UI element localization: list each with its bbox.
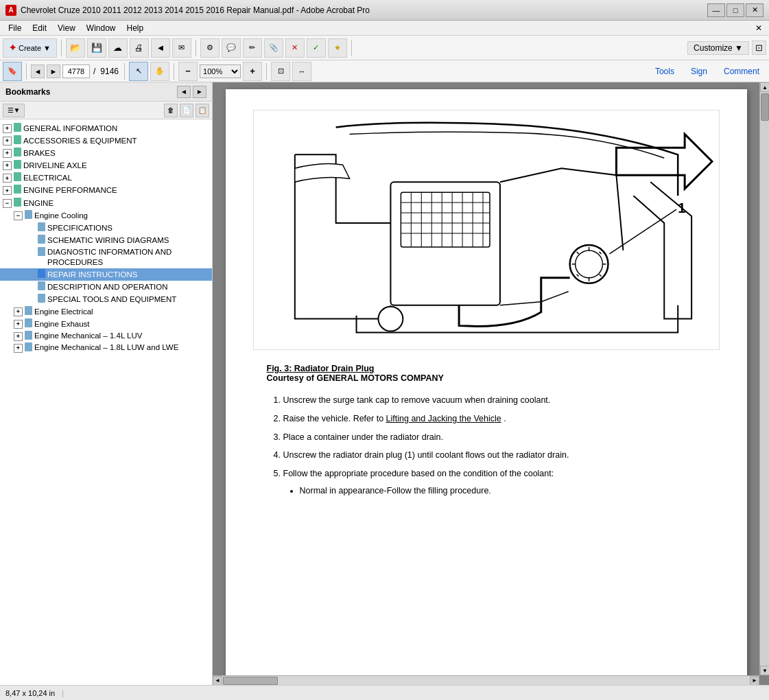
expand-general-info[interactable]: + bbox=[3, 124, 12, 133]
bm-collapse-btn[interactable]: ◄ bbox=[177, 86, 191, 98]
hand-tool-button[interactable]: ✋ bbox=[150, 62, 169, 81]
bm-engine-perf[interactable]: + ENGINE PERFORMANCE bbox=[0, 184, 212, 196]
bm-engine-exhaust[interactable]: + Engine Exhaust bbox=[0, 318, 212, 330]
bm-special-tools[interactable]: SPECIAL TOOLS AND EQUIPMENT bbox=[0, 293, 212, 305]
expand-engine-electrical[interactable]: + bbox=[14, 307, 23, 316]
instructions-area: Unscrew the surge tank cap to remove vac… bbox=[253, 394, 720, 498]
bm-copy-btn[interactable]: 📄 bbox=[180, 104, 193, 117]
expand-accessories[interactable]: + bbox=[3, 137, 12, 145]
expand-brakes[interactable]: + bbox=[3, 149, 12, 158]
expand-engine-exhaust[interactable]: + bbox=[14, 320, 23, 329]
zoom-in-button[interactable]: + bbox=[243, 62, 262, 81]
h-scroll-thumb[interactable] bbox=[223, 677, 278, 685]
expand-engine[interactable]: − bbox=[3, 199, 12, 208]
menu-edit[interactable]: Edit bbox=[27, 22, 52, 34]
bookmark-panel-btn[interactable]: 🔖 bbox=[3, 62, 22, 81]
bm-electrical[interactable]: + ELECTRICAL bbox=[0, 172, 212, 184]
zoom-select[interactable]: 100% 75% 125% 150% bbox=[200, 65, 241, 78]
menu-help[interactable]: Help bbox=[121, 22, 150, 34]
bm-paste-btn[interactable]: 📋 bbox=[196, 104, 209, 117]
lifting-link[interactable]: Lifting and Jacking the Vehicle bbox=[386, 414, 501, 423]
app-icon: A bbox=[5, 5, 16, 16]
status-separator: | bbox=[62, 689, 64, 697]
window-controls[interactable]: — □ ✕ bbox=[707, 3, 764, 17]
bm-general-info[interactable]: + GENERAL INFORMATION bbox=[0, 122, 212, 135]
nav-prev-button[interactable]: ◄ bbox=[31, 65, 45, 78]
sign-button[interactable]: Sign bbox=[684, 65, 714, 78]
bm-schematic[interactable]: SCHEMATIC WIRING DIAGRAMS bbox=[0, 234, 212, 246]
x-mark-button[interactable]: ✕ bbox=[285, 38, 305, 58]
bm-engine-mech-18[interactable]: + Engine Mechanical – 1.8L LUW and LWE bbox=[0, 342, 212, 353]
expand-electrical[interactable]: + bbox=[3, 174, 12, 183]
pen-button[interactable]: ✏ bbox=[243, 38, 262, 58]
comment-button[interactable]: Comment bbox=[717, 65, 766, 78]
bm-engine-electrical[interactable]: + Engine Electrical bbox=[0, 305, 212, 318]
sign-attach-button[interactable]: 📎 bbox=[264, 38, 283, 58]
h-scroll-right-btn[interactable]: ► bbox=[750, 676, 759, 686]
expand-driveline[interactable]: + bbox=[3, 161, 12, 170]
nav-next-button[interactable]: ► bbox=[47, 65, 60, 78]
vertical-scrollbar[interactable]: ▲ ▼ bbox=[759, 82, 769, 675]
bm-expand-btn[interactable]: ► bbox=[193, 86, 206, 98]
attach-icon: 📎 bbox=[269, 43, 279, 52]
comment-tool-button[interactable]: 💬 bbox=[222, 38, 241, 58]
zoom-out-button[interactable]: − bbox=[178, 62, 198, 81]
h-scroll-left-btn[interactable]: ◄ bbox=[213, 676, 222, 686]
star-button[interactable]: ★ bbox=[328, 38, 347, 58]
bm-driveline[interactable]: + DRIVELINE AXLE bbox=[0, 159, 212, 172]
email-button[interactable]: ✉ bbox=[172, 38, 191, 58]
menu-window[interactable]: Window bbox=[81, 22, 121, 34]
expand-engine-cooling[interactable]: − bbox=[14, 211, 23, 220]
select-tool-button[interactable]: ↖ bbox=[129, 62, 148, 81]
check-button[interactable]: ✓ bbox=[307, 38, 326, 58]
customize-button[interactable]: Customize ▼ bbox=[687, 41, 749, 55]
page-number-input[interactable] bbox=[62, 65, 90, 78]
expand-engine-mech-18[interactable]: + bbox=[14, 344, 23, 353]
download-icon: ☁ bbox=[113, 43, 122, 53]
scroll-thumb[interactable] bbox=[761, 93, 769, 121]
menu-file[interactable]: File bbox=[3, 22, 27, 34]
bm-menu-btn[interactable]: ☰▼ bbox=[3, 104, 25, 117]
bm-specifications[interactable]: SPECIFICATIONS bbox=[0, 222, 212, 234]
bm-description[interactable]: DESCRIPTION AND OPERATION bbox=[0, 281, 212, 293]
maximize-button[interactable]: □ bbox=[726, 3, 744, 17]
close-button[interactable]: ✕ bbox=[746, 3, 764, 17]
bm-delete-btn[interactable]: 🗑 bbox=[164, 104, 178, 117]
h-scroll-track[interactable] bbox=[222, 676, 750, 686]
bm-accessories[interactable]: + ACCESSORIES & EQUIPMENT bbox=[0, 135, 212, 147]
bm-special-tools-label: SPECIAL TOOLS AND EQUIPMENT bbox=[47, 294, 176, 305]
menu-view[interactable]: View bbox=[52, 22, 81, 34]
print-icon: 🖨 bbox=[134, 43, 143, 53]
download-button[interactable]: ☁ bbox=[108, 38, 128, 58]
panel-close-x[interactable]: ✕ bbox=[751, 22, 766, 34]
bm-repair-instructions[interactable]: REPAIR INSTRUCTIONS bbox=[0, 268, 212, 281]
bm-engine-cooling[interactable]: − Engine Cooling bbox=[0, 209, 212, 222]
fit-width-button[interactable]: ↔ bbox=[292, 62, 311, 81]
scroll-track[interactable] bbox=[760, 93, 769, 121]
scroll-down-btn[interactable]: ▼ bbox=[760, 666, 769, 675]
save-button[interactable]: 💾 bbox=[87, 38, 106, 58]
settings-button[interactable]: ⚙ bbox=[200, 38, 220, 58]
bookmarks-panel: Bookmarks ◄ ► ☰▼ 🗑 📄 📋 + GENERAL INFORMA… bbox=[0, 82, 213, 685]
pdf-scroll-area[interactable]: 1 bbox=[213, 82, 759, 675]
expand-engine-mech-14[interactable]: + bbox=[14, 332, 23, 341]
minimize-button[interactable]: — bbox=[707, 3, 725, 17]
expand-engine-perf[interactable]: + bbox=[3, 186, 12, 195]
open-button[interactable]: 📂 bbox=[66, 38, 85, 58]
print-button[interactable]: 🖨 bbox=[130, 38, 149, 58]
check-icon: ✓ bbox=[313, 43, 319, 52]
pdf-area[interactable]: ▲ ▼ 1 bbox=[213, 82, 769, 685]
expand-panel-icon[interactable]: ⊡ bbox=[752, 40, 766, 55]
create-button[interactable]: ✦ Create ▼ bbox=[3, 38, 57, 58]
scroll-up-btn[interactable]: ▲ bbox=[760, 82, 769, 92]
bm-engine-mech-14[interactable]: + Engine Mechanical – 1.4L LUV bbox=[0, 330, 212, 342]
open-icon: 📂 bbox=[70, 43, 81, 53]
bm-brakes[interactable]: + BRAKES bbox=[0, 147, 212, 159]
bm-engine[interactable]: − ENGINE bbox=[0, 197, 212, 209]
page-back-button[interactable]: ◄ bbox=[151, 38, 170, 58]
bm-diagnostic[interactable]: DIAGNOSTIC INFORMATION AND PROCEDURES bbox=[0, 246, 212, 268]
bookmarks-tree[interactable]: + GENERAL INFORMATION + ACCESSORIES & EQ… bbox=[0, 119, 212, 685]
tools-button[interactable]: Tools bbox=[648, 65, 681, 78]
horizontal-scrollbar[interactable]: ◄ ► bbox=[213, 675, 759, 685]
fit-page-button[interactable]: ⊡ bbox=[271, 62, 290, 81]
